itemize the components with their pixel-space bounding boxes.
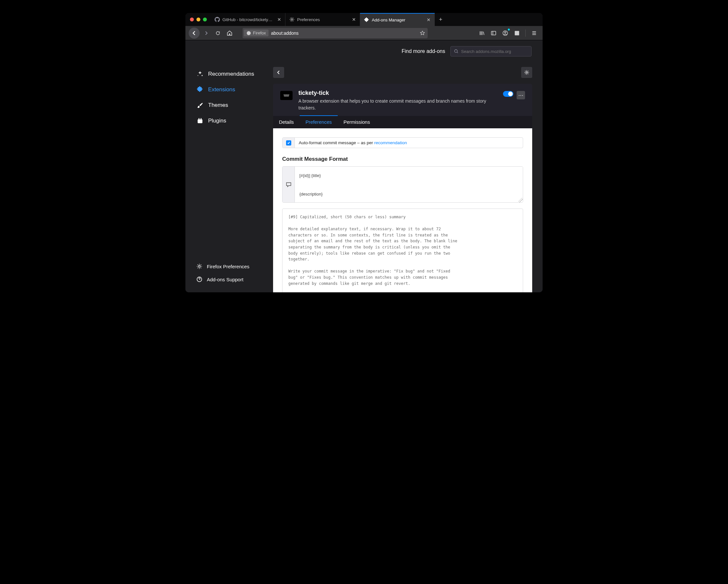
tab-title: Preferences [297,17,348,22]
svg-point-1 [247,31,251,35]
sidebar-label: Firefox Preferences [207,264,250,269]
addons-main-panel: tickety-tick A browser extension that he… [273,40,543,292]
extension-enable-toggle[interactable] [503,91,513,97]
svg-rect-2 [491,31,496,35]
option-autoformat-row: Auto-format commit message – as per reco… [282,137,523,148]
extension-more-button[interactable]: ⋯ [517,91,525,99]
sidebar-item-extensions[interactable]: Extensions [194,82,273,97]
help-icon [197,276,202,282]
svg-point-12 [526,72,528,73]
svg-point-0 [291,19,293,21]
tab-title: Add-ons Manager [372,18,423,22]
sidebar-item-addons-support[interactable]: Add-ons Support [194,273,273,286]
navigation-toolbar: Firefox about:addons [185,26,543,40]
svg-rect-5 [515,31,519,35]
account-button[interactable] [500,28,511,38]
sidebar-label: Recommendations [208,71,254,77]
back-button[interactable] [189,28,200,39]
sidebar-toggle-button[interactable] [488,28,499,38]
recommendation-link[interactable]: recommendation [374,140,407,145]
commit-format-textarea[interactable] [295,167,523,202]
extension-name: tickety-tick [298,90,498,97]
commit-format-field [282,166,523,203]
close-tab-icon[interactable]: ✕ [425,17,432,23]
svg-rect-9 [201,118,202,120]
github-icon [215,17,220,22]
close-tab-icon[interactable]: ✕ [351,16,357,23]
site-identity[interactable]: Firefox [244,30,268,36]
puzzle-icon [197,86,204,93]
tab-title: GitHub - bitcrowd/tickety-tick [223,17,274,22]
sidebar-label: Themes [208,102,228,108]
sidebar-label: Extensions [208,86,235,93]
sidebar-item-recommendations[interactable]: Recommendations [194,66,273,82]
sidebar-item-firefox-prefs[interactable]: Firefox Preferences [194,260,273,273]
svg-point-4 [504,31,506,33]
app-menu-button[interactable] [529,28,539,38]
sidebar-label: Add-ons Support [207,277,243,282]
sparkle-icon [197,71,204,78]
browser-tab-preferences[interactable]: Preferences ✕ [285,13,360,26]
address-bar[interactable]: Firefox about:addons [242,28,427,38]
search-icon [454,49,459,54]
svg-point-10 [199,265,200,267]
minimize-window-button[interactable] [197,18,200,21]
extension-detail-card: tickety-tick A browser extension that he… [273,84,532,292]
url-text: about:addons [271,30,417,36]
svg-point-6 [454,50,458,53]
gear-icon [197,263,202,269]
find-more-addons-label: Find more add-ons [402,48,445,54]
extension-icon [280,90,294,111]
commit-format-preview: [#9] Capitalized, short (50 chars or les… [282,208,523,292]
browser-tab-addons[interactable]: Add-ons Manager ✕ [360,13,435,26]
home-button[interactable] [224,28,235,38]
addons-search-field[interactable] [450,46,531,56]
close-tab-icon[interactable]: ✕ [276,16,283,23]
browser-tab-github[interactable]: GitHub - bitcrowd/tickety-tick ✕ [211,13,285,26]
option-autoformat-text: Auto-format commit message – as per [299,140,374,145]
tab-details[interactable]: Details [273,116,300,128]
svg-rect-7 [198,119,203,123]
zoom-window-button[interactable] [203,18,207,21]
toolbar-separator [525,30,526,37]
forward-button[interactable] [201,28,211,38]
window-tab-bar: GitHub - bitcrowd/tickety-tick ✕ Prefere… [185,13,543,26]
extension-button[interactable] [512,28,522,38]
addons-tools-button[interactable] [521,67,532,78]
identity-label: Firefox [253,30,266,35]
new-tab-button[interactable]: + [435,13,446,26]
addons-back-button[interactable] [273,67,284,78]
sidebar-item-themes[interactable]: Themes [194,97,273,113]
gear-icon [289,17,294,22]
bookmark-star-icon[interactable] [420,30,425,36]
addons-sidebar: Recommendations Extensions Themes Plugin… [185,40,273,292]
option-autoformat-label: Auto-format commit message – as per reco… [295,138,411,148]
sidebar-label: Plugins [208,118,226,124]
addons-search-input[interactable] [461,49,528,54]
section-commit-format-heading: Commit Message Format [282,156,523,162]
traffic-lights [190,18,207,21]
sidebar-item-plugins[interactable]: Plugins [194,113,273,129]
close-window-button[interactable] [190,18,194,21]
library-button[interactable] [477,28,487,38]
brush-icon [197,102,204,109]
tab-preferences[interactable]: Preferences [300,115,338,128]
extension-subtabs: Details Preferences Permissions [273,116,532,128]
reload-button[interactable] [213,28,223,38]
comment-icon [283,167,295,202]
addons-search-bar-area: Find more add-ons [402,46,531,56]
puzzle-icon [364,17,369,22]
svg-rect-8 [199,118,199,120]
plugin-icon [197,117,204,124]
extension-options-panel: Auto-format commit message – as per reco… [273,128,532,292]
option-autoformat-checkbox[interactable] [283,138,295,148]
extension-description: A browser extension that helps you to cr… [298,98,498,111]
tab-permissions[interactable]: Permissions [338,116,376,128]
